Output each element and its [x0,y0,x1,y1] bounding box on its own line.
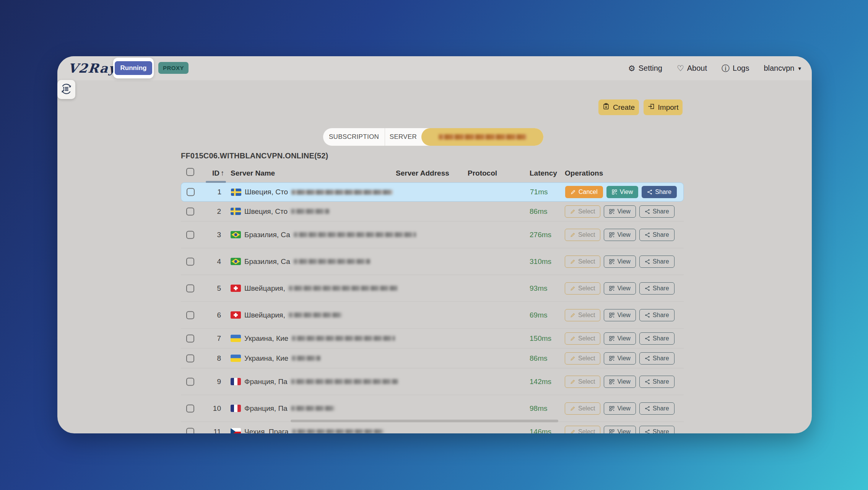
view-button[interactable]: View [604,205,636,218]
redacted-server-address [396,256,415,260]
column-header-protocol[interactable]: Protocol [468,169,497,177]
share-button[interactable]: Share [639,332,675,345]
column-header-server-address[interactable]: Server Address [396,169,449,177]
select-button[interactable]: Select [565,229,600,241]
share-button[interactable]: Share [639,376,675,388]
select-button[interactable]: Select [565,402,600,415]
server-name-cell: Украина, Кие [231,354,320,363]
share-button[interactable]: Share [639,282,675,295]
row-checkbox[interactable] [186,404,194,412]
select-button[interactable]: Select [565,256,600,268]
row-id: 9 [196,378,221,386]
column-header-latency[interactable]: Latency [530,169,557,177]
select-all-checkbox[interactable] [186,168,194,176]
view-button[interactable]: View [604,256,636,268]
share-button[interactable]: Share [639,426,675,434]
row-operations: SelectViewShare [565,352,675,365]
server-row: 9Франция, Па142msSelectViewShare [181,368,684,395]
select-button[interactable]: Select [565,332,600,345]
view-button[interactable]: View [604,309,636,321]
share-button[interactable]: Share [639,402,675,415]
server-address-cell [396,309,440,321]
row-checkbox[interactable] [186,284,194,292]
view-button[interactable]: View [604,426,636,434]
row-checkbox[interactable] [186,231,194,239]
proxy-mode-badge[interactable]: PROXY [158,62,189,74]
redacted-protocol [468,430,529,434]
select-button[interactable]: Select [565,282,600,295]
flag-fr-icon [231,378,241,385]
pencil-icon [570,259,575,264]
tab-subscription[interactable]: SUBSCRIPTION [323,128,385,146]
share-button[interactable]: Share [639,309,675,321]
flag-se-icon [231,208,241,215]
select-button[interactable]: Select [565,376,600,388]
server-country-label: Швейцария, [244,284,285,293]
view-button[interactable]: View [604,332,636,345]
row-checkbox[interactable] [186,354,194,362]
row-checkbox[interactable] [186,428,194,433]
share-button[interactable]: Share [639,352,675,365]
view-button-label: View [617,335,630,342]
select-button-label: Select [578,355,595,362]
redacted-server-address [396,383,451,387]
share-nodes-icon [645,259,650,264]
share-button[interactable]: Share [639,229,675,241]
row-operations: SelectViewShare [565,402,675,415]
server-row-selected: 1Швеция, Сто71msCancelViewShare [181,182,684,202]
select-button[interactable]: Select [565,205,600,218]
status-badge[interactable]: Running [115,61,153,75]
row-checkbox[interactable] [186,334,194,342]
nav-item-setting[interactable]: ⚙Setting [628,64,662,73]
server-name-cell: Швейцария, [231,311,342,319]
nav-item-about[interactable]: ♡About [677,64,707,73]
latency-value: 142ms [530,378,551,386]
server-country-label: Франция, Па [244,404,288,413]
server-name-cell: Украина, Кие [231,334,395,343]
share-nodes-icon [645,232,650,238]
horizontal-scrollbar-thumb[interactable] [291,420,558,422]
server-address-cell [396,256,440,267]
row-checkbox[interactable] [187,188,195,196]
redacted-server-address [396,356,455,360]
row-checkbox[interactable] [186,311,194,319]
column-header-server-name[interactable]: Server Name [231,169,275,177]
view-button[interactable]: View [604,376,636,388]
view-button[interactable]: View [604,352,636,365]
column-header-id[interactable]: ID↑ [212,169,224,177]
select-button[interactable]: Select [565,352,600,365]
status-badge-halo: Running [113,58,154,78]
view-button-label: View [617,355,630,362]
select-button[interactable]: Select [565,309,600,321]
share-button[interactable]: Share [639,205,675,218]
tab-subscription-active[interactable] [421,128,543,146]
share-button[interactable]: Share [639,256,675,268]
row-checkbox[interactable] [186,207,194,215]
redacted-protocol [468,209,508,213]
row-checkbox[interactable] [186,378,194,386]
nav-item-blancvpn[interactable]: blancvpn▾ [764,64,801,73]
chevron-down-icon: ▾ [798,65,801,72]
cancel-button[interactable]: Cancel [565,186,603,198]
share-button[interactable]: Share [642,186,677,198]
protocol-cell [468,405,504,412]
drawer-toggle-button[interactable] [57,80,75,99]
import-button[interactable]: Import [644,99,683,115]
view-button[interactable]: View [604,402,636,415]
redacted-server-address [396,190,454,194]
share-nodes-icon [647,189,652,195]
view-button[interactable]: View [604,282,636,295]
pencil-icon [570,406,575,411]
select-button-label: Select [578,312,595,319]
scroll-position-indicator[interactable] [206,181,226,183]
server-country-label: Украина, Кие [244,354,288,363]
row-operations: CancelViewShare [565,186,677,198]
redacted-protocol [468,379,521,384]
tab-server[interactable]: SERVER [385,128,421,146]
create-button[interactable]: Create [598,99,639,115]
row-checkbox[interactable] [186,257,194,265]
view-button[interactable]: View [604,229,636,241]
view-button[interactable]: View [606,186,638,198]
nav-item-logs[interactable]: ⓘLogs [722,64,749,73]
select-button[interactable]: Select [565,426,600,434]
